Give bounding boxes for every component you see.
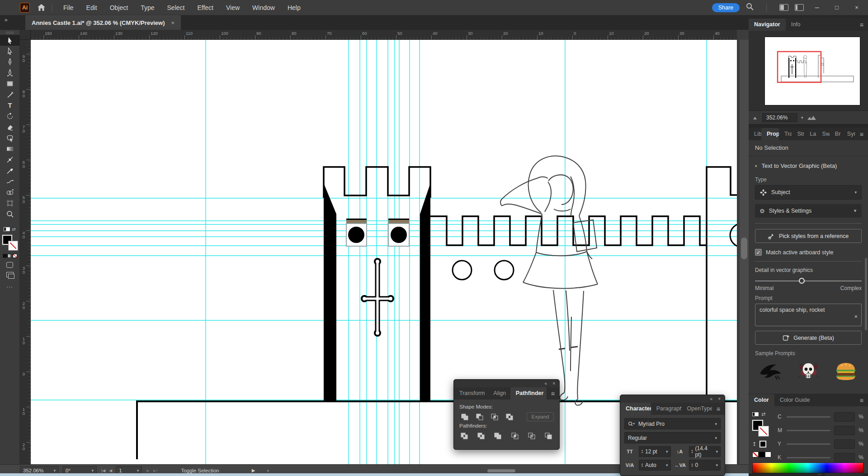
first-artboard-icon[interactable]: |◀ xyxy=(101,468,105,473)
ruler-origin-corner[interactable] xyxy=(20,30,31,40)
tab-paragraph[interactable]: Paragraph xyxy=(651,403,682,415)
channel-value-input[interactable] xyxy=(834,439,855,449)
chevron-down-icon[interactable]: ▾ xyxy=(716,463,718,467)
font-style-field[interactable]: Regular ▾ xyxy=(624,432,721,443)
chevron-down-icon[interactable]: ▾ xyxy=(715,422,717,426)
direct-selection-tool[interactable] xyxy=(0,46,20,57)
maximize-button[interactable]: □ xyxy=(830,4,844,11)
slider-knob[interactable] xyxy=(799,278,805,284)
white-swatch[interactable] xyxy=(765,452,771,457)
channel-value-input[interactable] xyxy=(834,453,855,462)
clear-prompt-icon[interactable]: × xyxy=(854,313,858,320)
color-stroke-swatch[interactable] xyxy=(759,426,769,436)
vertical-scrollbar[interactable] xyxy=(739,40,749,464)
next-artboard-icon[interactable]: ▶ xyxy=(146,468,150,473)
rotate-tool[interactable] xyxy=(0,111,20,122)
share-button[interactable]: Share xyxy=(712,3,740,12)
tab-pathfinder[interactable]: Pathfinder xyxy=(510,387,547,400)
workspace-switcher-icon[interactable] xyxy=(795,4,804,11)
expand-panel-icon[interactable]: » xyxy=(5,17,8,23)
panel-menu-icon[interactable]: ≡ xyxy=(855,397,868,406)
chevron-down-icon[interactable]: ▾ xyxy=(666,463,668,467)
tab-color[interactable]: Color xyxy=(749,394,774,406)
menu-select[interactable]: Select xyxy=(163,2,189,13)
tab-navigator[interactable]: Navigator xyxy=(749,19,786,31)
chevron-down-icon[interactable]: ▾ xyxy=(801,115,803,120)
menu-type[interactable]: Type xyxy=(136,2,159,13)
menu-effect[interactable]: Effect xyxy=(193,2,218,13)
search-icon[interactable] xyxy=(746,3,754,12)
tab-transform[interactable]: Transform xyxy=(454,387,488,400)
checkbox-checked-icon[interactable]: ✓ xyxy=(755,249,762,256)
paintbrush-tool[interactable] xyxy=(0,89,20,100)
default-colors-icon[interactable] xyxy=(4,225,10,233)
tab-properties[interactable]: Properties xyxy=(761,128,779,140)
step-down-icon[interactable]: ▾ xyxy=(642,465,643,467)
sample-skull-roses-thumbnail[interactable] xyxy=(794,361,822,381)
gradient-tool[interactable] xyxy=(0,143,20,154)
close-panel-icon[interactable]: × xyxy=(718,396,721,401)
kerning-field[interactable]: ▴▾ Auto ▾ xyxy=(639,460,671,471)
vertical-scrollbar-thumb[interactable] xyxy=(741,238,747,259)
panel-menu-icon[interactable]: ≡ xyxy=(547,390,559,400)
font-family-field[interactable]: Myriad Pro ▾ xyxy=(624,418,721,429)
detail-slider[interactable] xyxy=(755,278,862,284)
tab-br[interactable]: Br xyxy=(830,128,842,140)
toolbar-grip[interactable] xyxy=(6,32,14,34)
menu-object[interactable]: Object xyxy=(105,2,132,13)
collapse-panel-icon[interactable]: « xyxy=(545,381,547,386)
menu-help[interactable]: Help xyxy=(283,2,305,13)
step-down-icon[interactable]: ▾ xyxy=(692,465,693,467)
sample-hamburger-thumbnail[interactable] xyxy=(832,361,860,381)
properties-scrollbar-thumb[interactable] xyxy=(865,258,867,330)
home-icon[interactable] xyxy=(37,4,46,11)
black-swatch[interactable] xyxy=(759,452,765,457)
navigator-view-rect[interactable] xyxy=(778,52,821,82)
chevron-down-icon[interactable]: ▾ xyxy=(716,449,718,454)
menu-edit[interactable]: Edit xyxy=(82,2,102,13)
prompt-input[interactable]: colorful space ship, rocket × xyxy=(755,304,862,326)
slider-track[interactable] xyxy=(755,281,862,281)
unite-icon[interactable] xyxy=(459,412,470,421)
menu-file[interactable]: File xyxy=(59,2,78,13)
minus-back-icon[interactable] xyxy=(543,431,554,440)
t2v-section-header[interactable]: ▾ Text to Vector Graphic (Beta) xyxy=(749,156,868,173)
font-size-field[interactable]: ▴▾ 12 pt ▾ xyxy=(639,446,671,457)
channel-slider[interactable] xyxy=(787,416,830,418)
curvature-tool[interactable] xyxy=(0,67,20,78)
rectangle-tool[interactable] xyxy=(0,78,20,89)
tab-character[interactable]: Character xyxy=(620,403,651,415)
swap-colors-icon[interactable]: ⇄ xyxy=(761,411,765,417)
width-tool[interactable] xyxy=(0,154,20,165)
minus-front-icon[interactable] xyxy=(474,412,485,421)
screen-mode-button[interactable] xyxy=(6,272,14,277)
tab-opentype[interactable]: OpenType xyxy=(682,403,712,415)
eraser-tool[interactable] xyxy=(0,122,20,133)
menu-view[interactable]: View xyxy=(222,2,244,13)
generate-button[interactable]: Generate (Beta) xyxy=(755,331,862,345)
tracking-field[interactable]: ▴▾ 0 ▾ xyxy=(689,460,721,471)
tab-color-guide[interactable]: Color Guide xyxy=(774,394,816,406)
tab-tra[interactable]: Tra xyxy=(779,128,792,140)
close-tab-icon[interactable]: × xyxy=(171,19,175,26)
leading-field[interactable]: ▴▾ (14.4 pt) ▾ xyxy=(689,446,721,457)
intersect-icon[interactable] xyxy=(489,412,500,421)
panel-menu-icon[interactable]: ≡ xyxy=(855,21,868,31)
tab-sw[interactable]: Sw xyxy=(817,128,830,140)
channel-slider[interactable] xyxy=(787,457,830,458)
vertical-ruler[interactable]: 90807060504030201001020 xyxy=(20,40,31,464)
channel-slider[interactable] xyxy=(787,443,830,445)
arrange-documents-icon[interactable] xyxy=(779,4,788,11)
none-mode-button[interactable] xyxy=(13,254,17,258)
horizontal-ruler[interactable]: 1501401301201101009080706050403020100102… xyxy=(31,30,737,40)
horizontal-scrollbar-thumb[interactable] xyxy=(487,469,515,472)
edit-toolbar-button[interactable]: ··· xyxy=(0,284,19,290)
artboard-tool[interactable] xyxy=(0,198,20,209)
eyedropper-tool[interactable] xyxy=(0,165,20,176)
panel-menu-icon[interactable]: ≡ xyxy=(712,405,725,415)
last-color-arrow-icon[interactable]: ↥ xyxy=(752,441,756,447)
expand-button[interactable]: Expand xyxy=(527,412,554,421)
sample-eagle-thumbnail[interactable] xyxy=(757,361,785,381)
zoom-tool[interactable] xyxy=(0,209,20,219)
drawing-modes-button[interactable] xyxy=(6,262,13,268)
